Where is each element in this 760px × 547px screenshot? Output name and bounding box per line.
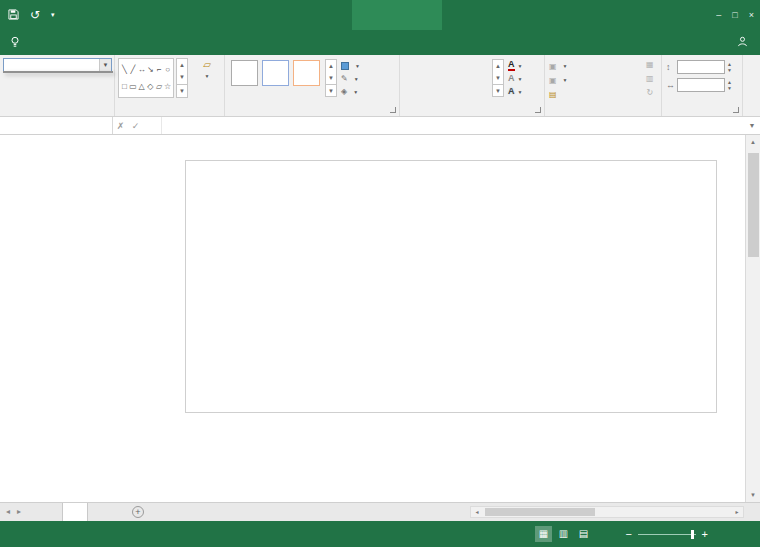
scroll-down-icon[interactable]: ▼: [493, 72, 503, 84]
save-icon[interactable]: [8, 9, 19, 22]
text-effects-button[interactable]: A▼: [508, 85, 542, 98]
formula-input[interactable]: [161, 117, 744, 134]
change-shape-button[interactable]: ▱ ▼: [191, 59, 223, 103]
scroll-up-icon[interactable]: ▲: [326, 60, 336, 72]
name-box[interactable]: [0, 117, 113, 134]
zoom-in-icon[interactable]: +: [702, 521, 708, 547]
group-wordart-styles: ▲▼▼ A▼ A▼ A▼: [400, 55, 545, 116]
scroll-down-icon[interactable]: ▼: [326, 72, 336, 84]
scroll-down-icon[interactable]: ▼: [177, 71, 187, 83]
title-bar: ↺ ▾ – □ ×: [0, 0, 760, 30]
group-current-selection: ▼: [0, 55, 115, 116]
arrow-shape-icon[interactable]: ↔: [137, 61, 146, 78]
pencil-icon: ✎: [341, 74, 348, 83]
send-backward-icon: ▣: [549, 76, 557, 85]
parallelogram-shape-icon[interactable]: ▱: [155, 78, 164, 95]
rounded-rect-shape-icon[interactable]: ▭: [129, 78, 138, 95]
line-shape-icon[interactable]: ╱: [129, 61, 138, 78]
vertical-scrollbar-thumb[interactable]: [748, 153, 759, 257]
zoom-out-icon[interactable]: −: [626, 521, 632, 547]
dialog-launcher-icon[interactable]: [535, 107, 541, 113]
gallery-more-icon[interactable]: ▼: [326, 84, 336, 97]
enter-icon[interactable]: ✓: [128, 121, 143, 131]
scroll-down-icon[interactable]: ▼: [746, 488, 760, 502]
person-icon: [737, 36, 748, 49]
oval-shape-icon[interactable]: ○: [163, 61, 172, 78]
group-arrange: ▣▼ ▣▼ ▤ ▦ ▥ ↻: [545, 55, 662, 116]
dialog-launcher-icon[interactable]: [733, 107, 739, 113]
undo-icon[interactable]: ↺: [30, 9, 40, 21]
scroll-left-icon[interactable]: ◂: [471, 507, 483, 517]
chevron-down-icon: ▼: [355, 63, 360, 69]
page-layout-view-icon[interactable]: ▥: [555, 526, 572, 542]
shape-style-3[interactable]: [293, 60, 320, 86]
zoom-slider-thumb[interactable]: [691, 530, 694, 539]
gallery-more-icon[interactable]: ▼: [493, 84, 503, 97]
cancel-icon[interactable]: ✗: [113, 121, 128, 131]
shape-style-2[interactable]: [262, 60, 289, 86]
arrow-shape-icon[interactable]: ↘: [146, 61, 155, 78]
group-icon[interactable]: ▥: [646, 73, 654, 85]
tell-me-box[interactable]: [10, 30, 25, 55]
wordart-scrollbar[interactable]: ▲▼▼: [492, 59, 504, 97]
spinner-arrows[interactable]: ▲▼: [727, 79, 732, 91]
formula-bar: ✗ ✓ ▼: [0, 117, 760, 135]
shape-gallery-scrollbar[interactable]: ▲▼▼: [176, 58, 188, 98]
close-icon[interactable]: ×: [749, 10, 754, 20]
shape-style-scrollbar[interactable]: ▲▼▼: [325, 59, 337, 97]
align-icon[interactable]: ▦: [646, 59, 654, 71]
shape-outline-button[interactable]: ✎▼: [341, 72, 397, 85]
expand-formula-bar-icon[interactable]: ▼: [744, 122, 760, 129]
scroll-right-icon[interactable]: ▸: [731, 507, 743, 517]
minimize-icon[interactable]: –: [716, 10, 721, 20]
star-shape-icon[interactable]: ☆: [163, 78, 172, 95]
chevron-down-icon: ▼: [563, 63, 568, 69]
shape-fill-button[interactable]: ▼: [341, 59, 397, 72]
selection-pane-button[interactable]: ▤: [549, 87, 568, 101]
triangle-shape-icon[interactable]: △: [137, 78, 146, 95]
maximize-icon[interactable]: □: [732, 10, 737, 20]
elbow-shape-icon[interactable]: ⌐: [155, 61, 164, 78]
wordart-menu-column: A▼ A▼ A▼: [508, 59, 542, 98]
spinner-arrows[interactable]: ▲▼: [727, 61, 732, 73]
line-shape-icon[interactable]: ╲: [120, 61, 129, 78]
dialog-launcher-icon[interactable]: [390, 107, 396, 113]
gallery-more-icon[interactable]: ▼: [177, 84, 187, 97]
share-button[interactable]: [737, 30, 752, 55]
scroll-up-icon[interactable]: ▲: [177, 59, 187, 71]
text-fill-button[interactable]: A▼: [508, 59, 542, 72]
text-effects-icon: A: [508, 86, 515, 97]
height-spinner[interactable]: ↕ ▲▼: [666, 59, 732, 74]
width-value[interactable]: [677, 78, 725, 92]
horizontal-scrollbar[interactable]: ◂ ▸: [470, 506, 744, 518]
change-shape-icon: ▱: [191, 59, 223, 71]
group-size: ↕ ▲▼ ↔ ▲▼: [662, 55, 743, 116]
sheet-tab-sheet1[interactable]: [62, 503, 88, 521]
chevron-down-icon: ▼: [518, 63, 523, 69]
zoom-slider[interactable]: [638, 534, 696, 535]
horizontal-scrollbar-thumb[interactable]: [485, 508, 595, 516]
add-sheet-button[interactable]: +: [132, 506, 144, 518]
send-backward-button[interactable]: ▣▼: [549, 73, 568, 87]
shape-effects-button[interactable]: ◈▼: [341, 85, 397, 98]
ribbon-tab-bar: [0, 30, 760, 55]
view-shortcuts: ▦ ▥ ▤: [535, 526, 592, 542]
arrange-buttons: ▣▼ ▣▼ ▤: [549, 59, 568, 101]
diamond-shape-icon[interactable]: ◇: [146, 78, 155, 95]
page-break-view-icon[interactable]: ▤: [575, 526, 592, 542]
shape-gallery[interactable]: ╲╱↔↘⌐○ □▭△◇▱☆: [118, 58, 174, 98]
shape-style-1[interactable]: [231, 60, 258, 86]
sheet-nav-arrows[interactable]: ◂▸: [6, 503, 28, 521]
scroll-up-icon[interactable]: ▲: [493, 60, 503, 72]
normal-view-icon[interactable]: ▦: [535, 526, 552, 542]
chart-object[interactable]: [185, 160, 717, 413]
scroll-up-icon[interactable]: ▲: [746, 135, 760, 149]
bring-forward-button[interactable]: ▣▼: [549, 59, 568, 73]
width-spinner[interactable]: ↔ ▲▼: [666, 77, 732, 92]
vertical-scrollbar[interactable]: ▲ ▼: [745, 135, 760, 502]
rotate-icon[interactable]: ↻: [646, 87, 654, 99]
text-outline-button[interactable]: A▼: [508, 72, 542, 85]
height-value[interactable]: [677, 60, 725, 74]
rect-shape-icon[interactable]: □: [120, 78, 129, 95]
qat-customize-icon[interactable]: ▾: [51, 9, 55, 21]
